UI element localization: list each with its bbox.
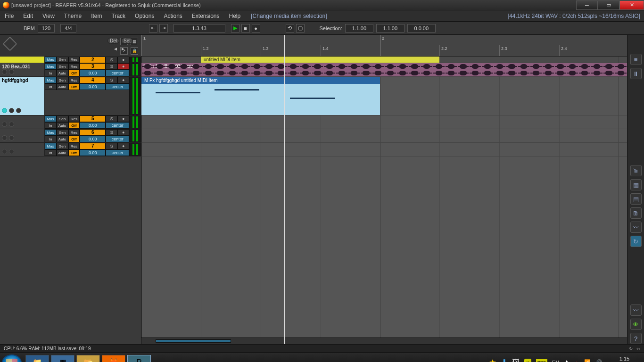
solo-button[interactable]: S [106, 57, 117, 63]
repeat-button[interactable]: ⟲ [286, 24, 294, 33]
monitor-dot-icon[interactable] [9, 149, 14, 154]
sends-button[interactable]: Sen [57, 63, 68, 70]
bpm-value[interactable]: 120 [38, 24, 55, 33]
tcp-empty-area[interactable] [0, 156, 141, 344]
pan-display[interactable]: center [106, 70, 129, 76]
taskbar-folder-icon[interactable]: 📂 [76, 355, 100, 362]
marker-del-button[interactable]: Del [107, 38, 119, 44]
track-number[interactable]: 2 [80, 57, 106, 63]
track-lane[interactable] [141, 129, 627, 143]
track-name[interactable] [0, 143, 45, 156]
track-header[interactable]: MasSenResInAutoOff50.00S●center [0, 115, 141, 129]
menu-view[interactable]: View [38, 13, 59, 19]
tray-image-icon[interactable]: 🖼 [512, 358, 520, 362]
menu-theme[interactable]: Theme [59, 13, 86, 19]
pan-display[interactable]: center [106, 136, 129, 142]
marker-set-button[interactable]: Set [121, 38, 133, 44]
horizontal-scrollbar[interactable] [141, 337, 627, 344]
maximize-button[interactable]: ▭ [598, 0, 619, 10]
volume-display[interactable]: 0.00 [80, 70, 106, 76]
track-name[interactable] [0, 129, 45, 142]
sends-button[interactable]: Sen [57, 129, 68, 136]
start-button[interactable] [2, 354, 22, 362]
track-number[interactable]: 4 [80, 77, 106, 83]
track-number[interactable]: 6 [80, 129, 106, 136]
lock-icon[interactable]: 🔒 [131, 47, 138, 55]
sends-button[interactable]: Sen [57, 115, 68, 122]
input-button[interactable]: In [45, 136, 57, 142]
timesig-value[interactable]: 4/4 [60, 24, 76, 33]
arrange-view[interactable]: 121.21.31.42.22.32.4 untitled MIDI itemM… [141, 35, 627, 344]
track-header[interactable]: hgfdfgghgdMasSenResInAutoOff40.00S●cente… [0, 77, 141, 115]
fx-off-button[interactable]: Off [68, 83, 80, 90]
fx-off-button[interactable]: Off [68, 70, 80, 76]
master-diamond-icon[interactable] [2, 36, 17, 51]
go-start-button[interactable]: ⇤ [149, 24, 157, 33]
master-send-button[interactable]: Mas [45, 57, 57, 63]
selection-end[interactable]: 1.1.00 [376, 24, 405, 33]
scrollbar-thumb[interactable] [156, 339, 231, 343]
track-lane[interactable] [141, 115, 627, 129]
toolbar-hamburger-icon[interactable]: ≡ [630, 54, 642, 65]
master-send-button[interactable]: Mas [45, 129, 57, 136]
pan-display[interactable]: center [106, 122, 129, 129]
minimize-button[interactable]: ─ [576, 0, 598, 10]
track-name[interactable] [0, 57, 45, 63]
fx-off-button[interactable]: Off [68, 149, 80, 156]
tray-clock[interactable]: 1:15 13.07.2018 [607, 356, 642, 362]
receives-button[interactable]: Res [68, 63, 80, 70]
recarm-dot-icon[interactable] [2, 69, 7, 74]
receives-button[interactable]: Res [68, 143, 80, 149]
status-zoom-icon[interactable]: ⇔ [636, 346, 640, 351]
taskbar-explorer-icon[interactable]: 📁 [25, 355, 49, 362]
record-arm-button[interactable]: ● [117, 77, 129, 83]
fx-off-button[interactable]: Off [68, 136, 80, 142]
media-item-audio[interactable]: M Fx 120 Beat 031.wav [141, 63, 627, 76]
record-arm-button[interactable]: ● [117, 115, 129, 122]
menu-options[interactable]: Options [130, 13, 159, 19]
input-button[interactable]: In [45, 70, 57, 76]
recarm-dot-icon[interactable] [2, 135, 7, 140]
automation-button[interactable]: Auto [57, 83, 68, 90]
taskbar-firefox-icon[interactable]: 🦊 [102, 355, 125, 362]
input-button[interactable]: In [45, 83, 57, 90]
volume-display[interactable]: 0.00 [80, 136, 106, 142]
track-header[interactable]: MasSenResInAutoOff70.00S●center [0, 143, 141, 156]
menu-edit[interactable]: Edit [18, 13, 38, 19]
solo-button[interactable]: S [106, 77, 117, 83]
selection-length[interactable]: 0.0.00 [407, 24, 436, 33]
track-header[interactable]: MasSenResInAutoOff60.00S●center [0, 129, 141, 143]
record-arm-button[interactable]: ● [117, 63, 129, 70]
recarm-dot-icon[interactable] [2, 149, 7, 154]
sends-button[interactable]: Sen [57, 143, 68, 149]
monitor-dot-icon[interactable] [9, 135, 14, 140]
toolbar-grid-icon[interactable]: ▦ [630, 179, 642, 190]
track-lane[interactable]: M Fx hgfdfgghgd untitled MIDI item [141, 77, 627, 115]
volume-display[interactable]: 0.00 [80, 83, 106, 90]
edit-cursor[interactable] [284, 35, 285, 344]
toolbar-help-icon[interactable]: ? [630, 333, 642, 344]
monitor-dot-icon[interactable] [9, 108, 14, 113]
input-button[interactable]: In [45, 149, 57, 156]
fx-off-button[interactable]: Off [68, 122, 80, 129]
automation-button[interactable]: Auto [57, 136, 68, 142]
tray-arrow-icon[interactable]: ⬇ [501, 358, 507, 362]
automation-button[interactable]: Auto [57, 70, 68, 76]
media-item-yellow[interactable]: untitled MIDI item [201, 57, 439, 63]
menu-extensions[interactable]: Extensions [187, 13, 224, 19]
recarm-dot-icon[interactable] [2, 122, 7, 127]
menu-help[interactable]: Help [224, 13, 246, 19]
toolbar-pause-icon[interactable]: ⏸ [630, 68, 642, 79]
monitor-dot-icon[interactable] [9, 122, 14, 127]
menu-file[interactable]: File [0, 13, 18, 19]
tray-lang[interactable]: EN [552, 360, 559, 362]
selection-start[interactable]: 1.1.00 [345, 24, 373, 33]
media-item-midi[interactable]: M Fx hgfdfgghgd untitled MIDI item [141, 77, 380, 115]
automation-button[interactable]: Auto [57, 122, 68, 129]
receives-button[interactable]: Res [68, 115, 80, 122]
toolbar-loop-icon[interactable]: ↻ [630, 236, 642, 247]
track-name[interactable]: hgfdfgghgd [0, 77, 45, 115]
volume-display[interactable]: 0.00 [80, 122, 106, 129]
monitor-dot-icon[interactable] [9, 69, 14, 74]
master-send-button[interactable]: Mas [45, 77, 57, 83]
